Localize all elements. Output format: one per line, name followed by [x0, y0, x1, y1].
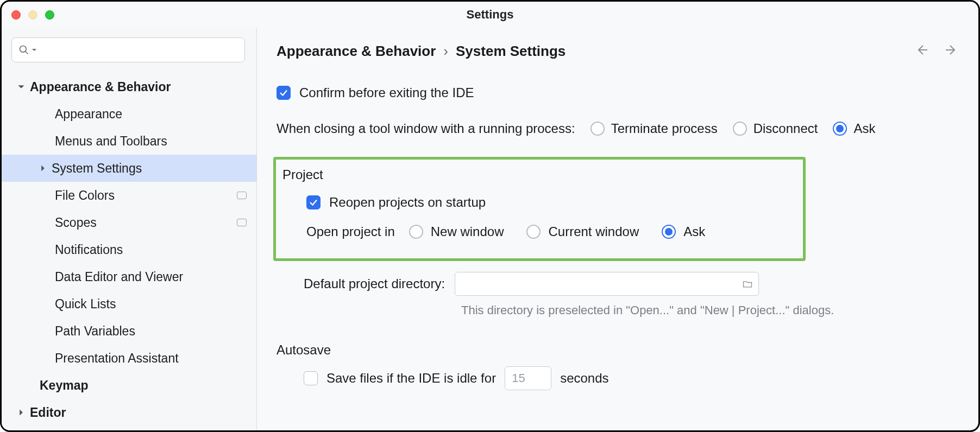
open-project-in-label: Open project in	[306, 224, 395, 239]
sidebar-item-path-variables[interactable]: Path Variables	[2, 317, 256, 345]
default-dir-label: Default project directory:	[304, 276, 445, 291]
confirm-exit-label: Confirm before exiting the IDE	[299, 85, 474, 100]
confirm-exit-checkbox[interactable]	[277, 86, 291, 100]
settings-tree: Appearance & Behavior Appearance Menus a…	[2, 70, 256, 430]
project-section-highlight: Project Reopen projects on startup Open …	[273, 157, 806, 261]
sidebar-item-data-editor-viewer[interactable]: Data Editor and Viewer	[2, 263, 256, 290]
sidebar-item-system-settings[interactable]: System Settings	[2, 155, 256, 182]
titlebar: Settings	[2, 2, 978, 28]
chevron-right-icon	[17, 409, 26, 416]
autosave-idle-checkbox[interactable]	[304, 371, 318, 385]
close-window-button[interactable]	[11, 10, 21, 20]
svg-point-0	[20, 46, 27, 53]
closing-ask-radio[interactable]	[833, 122, 847, 136]
closing-disconnect-radio[interactable]	[733, 122, 747, 136]
project-scope-icon	[237, 219, 247, 226]
closing-process-label: When closing a tool window with a runnin…	[277, 121, 575, 136]
sidebar-item-editor[interactable]: Editor	[2, 399, 256, 426]
settings-window: Settings Appearance & Behavior Appearanc…	[0, 0, 980, 432]
reopen-projects-label: Reopen projects on startup	[329, 195, 486, 210]
content-pane: Appearance & Behavior › System Settings …	[257, 28, 978, 430]
sidebar-item-appearance-behavior[interactable]: Appearance & Behavior	[2, 73, 256, 100]
search-input[interactable]	[11, 37, 245, 62]
breadcrumb-separator: ›	[443, 43, 448, 60]
open-current-window-radio[interactable]	[526, 225, 541, 239]
open-current-window-label: Current window	[548, 224, 639, 239]
closing-terminate-radio[interactable]	[590, 122, 605, 136]
window-controls	[11, 10, 54, 20]
autosave-idle-label-a: Save files if the IDE is idle for	[326, 371, 496, 386]
open-new-window-radio[interactable]	[409, 225, 423, 239]
project-scope-icon	[237, 192, 247, 199]
sidebar-item-presentation-assistant[interactable]: Presentation Assistant	[2, 345, 256, 372]
search-dropdown-icon	[32, 47, 37, 53]
project-section-title: Project	[282, 167, 793, 182]
chevron-down-icon	[17, 83, 26, 91]
reopen-projects-checkbox[interactable]	[306, 195, 321, 209]
open-ask-label: Ask	[683, 224, 705, 239]
sidebar-item-scopes[interactable]: Scopes	[2, 209, 256, 236]
closing-ask-label: Ask	[853, 121, 875, 136]
sidebar-item-menus-toolbars[interactable]: Menus and Toolbars	[2, 128, 256, 155]
closing-disconnect-label: Disconnect	[753, 121, 818, 136]
breadcrumb: Appearance & Behavior › System Settings	[277, 43, 566, 60]
sidebar-item-appearance[interactable]: Appearance	[2, 100, 256, 128]
open-ask-radio[interactable]	[662, 225, 676, 239]
default-dir-hint: This directory is preselected in "Open..…	[277, 303, 962, 317]
zoom-window-button[interactable]	[45, 10, 54, 20]
breadcrumb-parent: Appearance & Behavior	[277, 43, 436, 60]
sidebar-item-file-colors[interactable]: File Colors	[2, 182, 256, 209]
default-dir-input[interactable]	[455, 272, 759, 296]
sidebar-item-notifications[interactable]: Notifications	[2, 236, 256, 263]
window-title: Settings	[2, 8, 978, 22]
breadcrumb-current: System Settings	[456, 43, 566, 60]
default-dir-field[interactable]	[461, 278, 738, 290]
minimize-window-button[interactable]	[28, 10, 37, 20]
open-new-window-label: New window	[431, 224, 504, 239]
nav-forward-button[interactable]	[945, 43, 958, 59]
sidebar: Appearance & Behavior Appearance Menus a…	[2, 28, 257, 430]
chevron-right-icon	[39, 164, 47, 172]
sidebar-item-quick-lists[interactable]: Quick Lists	[2, 290, 256, 317]
nav-back-button[interactable]	[915, 43, 928, 59]
autosave-section-title: Autosave	[277, 342, 962, 358]
autosave-idle-seconds-field[interactable]	[512, 371, 544, 385]
autosave-idle-seconds-input[interactable]	[505, 366, 551, 390]
search-icon	[18, 45, 29, 55]
svg-line-1	[26, 52, 28, 54]
sidebar-item-keymap[interactable]: Keymap	[2, 372, 256, 399]
search-field[interactable]	[39, 44, 238, 56]
folder-icon[interactable]	[742, 278, 753, 289]
autosave-idle-label-b: seconds	[560, 371, 608, 386]
closing-terminate-label: Terminate process	[611, 121, 718, 136]
